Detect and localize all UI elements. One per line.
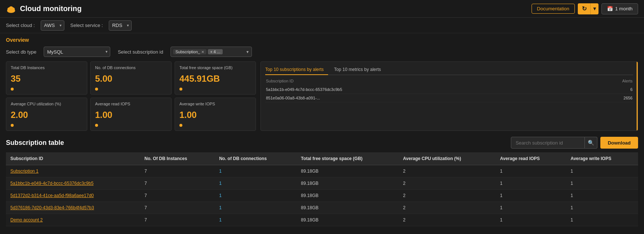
subscription-tag: Subscription_ ✕ — [173, 49, 206, 54]
cell-free-storage-4: 89.18GB — [297, 214, 399, 226]
header: Cloud monitoring Documentation ↻ ▼ 📅 1 m… — [0, 0, 644, 18]
metric-card-5: Average write IOPS 1.00 — [175, 98, 256, 131]
col-header-5: Average read IOPS — [496, 152, 566, 165]
metric-card-dot-4 — [95, 124, 98, 127]
cell-read-iops-0: 1 — [496, 165, 566, 177]
alerts-row-count-1: 2656 — [610, 96, 633, 100]
cell-read-iops-3: 1 — [496, 202, 566, 214]
remove-subscription-tag[interactable]: ✕ — [201, 50, 204, 54]
tab-metrics-alerts[interactable]: Top 10 metrics by alerts — [334, 65, 385, 75]
metric-card-title-0: Total DB Instances — [11, 65, 82, 70]
cell-write-iops-3: 1 — [566, 202, 638, 214]
metric-card-2: Total free storage space (GB) 445.91GB — [175, 61, 256, 95]
tab-subscriptions-alerts[interactable]: Top 10 subscriptions by alerts — [265, 65, 328, 75]
alerts-row-count-0: 6 — [610, 87, 633, 92]
alerts-row-id-1: 851e0a06-00a8-43b8-a091-... — [266, 96, 610, 100]
orange-bar — [637, 62, 638, 130]
cards-and-alerts: Total DB Instances 35 No. of DB connecti… — [6, 61, 638, 131]
cell-cpu-2: 2 — [399, 190, 496, 202]
service-select-wrapper[interactable]: RDS — [109, 20, 132, 31]
cell-db-connections-3: 1 — [215, 202, 296, 214]
db-type-label: Select db type — [6, 49, 36, 55]
cloud-select-wrapper[interactable]: AWS — [41, 20, 64, 31]
cell-read-iops-2: 1 — [496, 190, 566, 202]
db-conn-value-1[interactable]: 1 — [219, 181, 222, 186]
cell-cpu-4: 2 — [399, 214, 496, 226]
alerts-rows-container: 5a1bbc1b-e049-4c7d-bccc-65376dc3c9b5 6 8… — [265, 85, 633, 102]
refresh-dropdown-button[interactable]: ▼ — [590, 3, 599, 14]
subscription-id-link-1[interactable]: 5a1bbc1b-e049-4c7d-bccc-65376dc3c9b5 — [10, 181, 94, 186]
documentation-button[interactable]: Documentation — [532, 4, 575, 14]
col-header-0: Subscription ID — [6, 152, 140, 165]
search-input-wrapper: 🔍 — [511, 137, 597, 149]
db-conn-value-3[interactable]: 1 — [219, 205, 222, 210]
time-label: 1 month — [615, 6, 633, 11]
search-button[interactable]: 🔍 — [585, 137, 597, 149]
cell-id-2[interactable]: 5d1372d2-b314-41ce-aa5d-f98a6aee17d0 — [6, 190, 140, 202]
metric-card-value-5: 1.00 — [179, 111, 251, 119]
multiselect-arrow-icon: ▼ — [246, 50, 249, 54]
download-button[interactable]: Download — [600, 137, 638, 149]
cell-db-connections-1: 1 — [215, 177, 296, 190]
cell-write-iops-2: 1 — [566, 190, 638, 202]
table-row: Subscription 1 7 1 89.18GB 2 1 1 — [6, 165, 638, 177]
db-type-select[interactable]: MySQL — [44, 47, 110, 57]
metric-card-value-4: 1.00 — [95, 111, 167, 119]
cell-free-storage-3: 89.18GB — [297, 202, 399, 214]
cell-id-3[interactable]: 5d376186-7d20-43d3-83e4-766b4f4d57b3 — [6, 202, 140, 214]
cell-db-connections-0: 1 — [215, 165, 296, 177]
db-type-select-wrapper[interactable]: MySQL — [44, 47, 110, 57]
subscription-multiselect[interactable]: Subscription_ ✕ + 4 ... ▼ — [171, 47, 252, 57]
cell-db-instances-2: 7 — [140, 190, 215, 202]
alerts-table-header: Subscription ID Alerts — [265, 79, 633, 83]
subscription-id-link-3[interactable]: 5d376186-7d20-43d3-83e4-766b4f4d57b3 — [10, 205, 94, 210]
metric-card-0: Total DB Instances 35 — [6, 61, 87, 95]
subscription-id-link-4[interactable]: Demo account 2 — [10, 217, 43, 223]
cell-id-4[interactable]: Demo account 2 — [6, 214, 140, 226]
metric-card-title-4: Average read IOPS — [95, 102, 167, 106]
service-select[interactable]: RDS — [109, 20, 132, 31]
col-header-2: No. of DB connections — [215, 152, 296, 165]
db-conn-value-4[interactable]: 1 — [219, 217, 222, 223]
table-row: 5d376186-7d20-43d3-83e4-766b4f4d57b3 7 1… — [6, 202, 638, 214]
metrics-grid: Total DB Instances 35 No. of DB connecti… — [6, 61, 256, 131]
metric-card-title-1: No. of DB connections — [95, 65, 167, 70]
cell-free-storage-0: 89.18GB — [297, 165, 399, 177]
cell-write-iops-0: 1 — [566, 165, 638, 177]
cell-db-instances-3: 7 — [140, 202, 215, 214]
db-conn-value-0[interactable]: 1 — [219, 169, 222, 174]
overview-title: Overview — [6, 37, 638, 43]
db-conn-value-2[interactable]: 1 — [219, 193, 222, 198]
alerts-row-1: 851e0a06-00a8-43b8-a091-... 2656 — [265, 94, 633, 102]
cell-cpu-0: 2 — [399, 165, 496, 177]
metric-card-value-2: 445.91GB — [179, 74, 251, 83]
metric-card-dot-0 — [11, 88, 14, 91]
search-subscription-input[interactable] — [511, 137, 585, 149]
cell-id-1[interactable]: 5a1bbc1b-e049-4c7d-bccc-65376dc3c9b5 — [6, 177, 140, 190]
calendar-icon: 📅 — [607, 6, 613, 11]
cell-id-0[interactable]: Subscription 1 — [6, 165, 140, 177]
logo-icon — [6, 4, 16, 14]
table-row: Demo account 2 7 1 89.18GB 2 1 1 — [6, 214, 638, 226]
subscription-label: Select subscription id — [118, 49, 163, 55]
metric-card-title-2: Total free storage space (GB) — [179, 65, 251, 70]
time-range-button[interactable]: 📅 1 month — [601, 3, 638, 14]
refresh-button[interactable]: ↻ — [578, 3, 590, 14]
cell-db-instances-1: 7 — [140, 177, 215, 190]
svg-point-3 — [11, 7, 15, 11]
cell-write-iops-4: 1 — [566, 214, 638, 226]
cell-cpu-1: 2 — [399, 177, 496, 190]
cell-db-instances-4: 7 — [140, 214, 215, 226]
subscription-table-title: Subscription table — [6, 139, 64, 147]
col-header-6: Average write IOPS — [566, 152, 638, 165]
metric-card-1: No. of DB connections 5.00 — [90, 61, 172, 95]
cell-db-instances-0: 7 — [140, 165, 215, 177]
cloud-select[interactable]: AWS — [41, 20, 64, 31]
subscription-id-link-0[interactable]: Subscription 1 — [10, 169, 38, 174]
cell-db-connections-2: 1 — [215, 190, 296, 202]
cell-db-connections-4: 1 — [215, 214, 296, 226]
metric-card-dot-5 — [179, 124, 182, 127]
metric-card-value-0: 35 — [11, 74, 82, 83]
subscription-id-link-2[interactable]: 5d1372d2-b314-41ce-aa5d-f98a6aee17d0 — [10, 193, 94, 198]
alerts-col-count: Alerts — [622, 79, 633, 83]
